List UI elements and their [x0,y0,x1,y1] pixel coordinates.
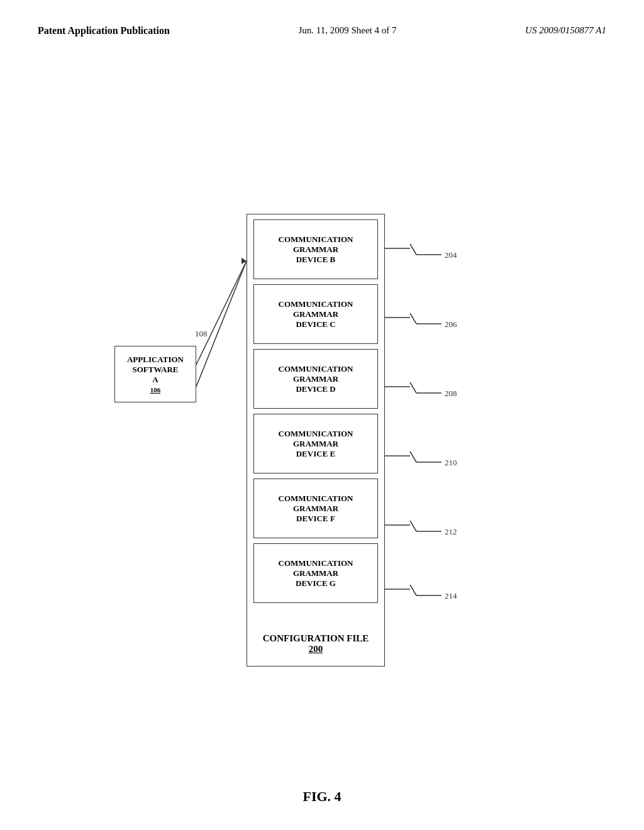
grammar-214-line2: GRAMMAR [279,568,353,578]
svg-line-20 [410,585,416,595]
config-file-ref: 200 [247,644,384,655]
svg-text:210: 210 [445,458,457,467]
grammar-box-210: COMMUNICATION GRAMMAR DEVICE E [253,414,378,473]
grammar-206-line1: COMMUNICATION [279,299,353,309]
grammar-214-line3: DEVICE G [279,578,353,589]
config-file-label: CONFIGURATION FILE 200 [247,633,384,655]
svg-line-0 [196,261,247,365]
svg-line-1 [196,261,247,387]
publication-date: Jun. 11, 2009 Sheet 4 of 7 [298,25,396,36]
grammar-204-line1: COMMUNICATION [279,235,353,245]
grammar-box-212: COMMUNICATION GRAMMAR DEVICE F [253,479,378,538]
grammar-208-line2: GRAMMAR [279,374,353,384]
grammar-204-line3: DEVICE B [279,255,353,265]
grammar-206-line3: DEVICE C [279,319,353,329]
grammar-210-line1: COMMUNICATION [279,429,353,439]
figure-label: FIG. 4 [0,788,644,805]
app-software-line3: A [152,375,158,385]
svg-marker-2 [242,258,247,264]
grammar-212-line3: DEVICE F [279,514,353,524]
grammar-212-line1: COMMUNICATION [279,494,353,504]
config-file-container: COMMUNICATION GRAMMAR DEVICE B COMMUNICA… [247,214,385,667]
svg-text:204: 204 [445,250,457,260]
grammar-208-line1: COMMUNICATION [279,364,353,374]
svg-line-11 [410,382,416,393]
svg-line-14 [410,451,416,462]
page-header: Patent Application Publication Jun. 11, … [0,0,644,36]
grammar-212-line2: GRAMMAR [279,504,353,514]
grammar-box-206: COMMUNICATION GRAMMAR DEVICE C [253,284,378,344]
config-file-text: CONFIGURATION FILE [247,633,384,644]
grammar-box-208: COMMUNICATION GRAMMAR DEVICE D [253,349,378,409]
grammar-210-line3: DEVICE E [279,449,353,459]
diagram-container: 108 [102,151,542,704]
svg-text:212: 212 [445,527,457,536]
grammar-206-line2: GRAMMAR [279,309,353,319]
grammar-box-204: COMMUNICATION GRAMMAR DEVICE B [253,219,378,279]
diagram-area: 108 [0,101,644,755]
svg-text:108: 108 [195,329,208,338]
grammar-204-line2: GRAMMAR [279,245,353,255]
publication-title: Patent Application Publication [38,25,170,36]
publication-number: US 2009/0150877 A1 [525,25,606,36]
app-software-box: APPLICATION SOFTWARE A 106 [114,346,196,402]
svg-line-8 [410,313,416,324]
svg-line-17 [410,521,416,531]
grammar-214-line1: COMMUNICATION [279,558,353,568]
grammar-208-line3: DEVICE D [279,384,353,394]
svg-text:208: 208 [445,389,457,398]
svg-text:206: 206 [445,319,457,329]
grammar-210-line2: GRAMMAR [279,439,353,449]
app-software-line1: APPLICATION [127,355,184,365]
svg-text:214: 214 [445,591,457,600]
app-software-ref: 106 [150,386,161,394]
svg-line-5 [410,244,416,255]
app-software-line2: SOFTWARE [133,365,179,375]
grammar-box-214: COMMUNICATION GRAMMAR DEVICE G [253,543,378,603]
